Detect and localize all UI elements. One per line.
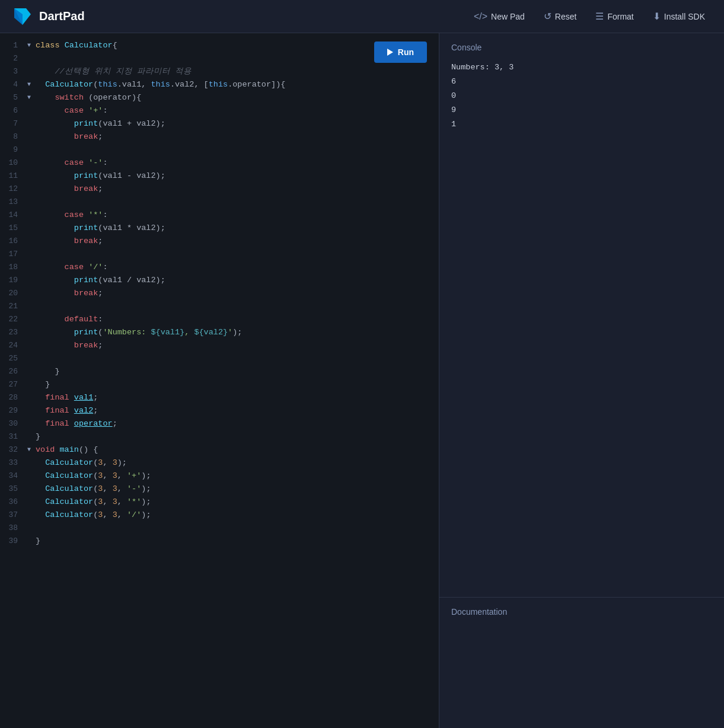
format-icon: ☰ [595, 11, 604, 22]
line-number: 22 [0, 313, 25, 326]
line-number: 26 [0, 365, 25, 378]
code-line: 36 Calculator(3, 3, '*'); [0, 496, 439, 509]
new-pad-button[interactable]: </> New Pad [467, 7, 532, 27]
line-content: break; [33, 235, 439, 248]
line-content: default: [33, 313, 439, 326]
line-number: 14 [0, 209, 25, 222]
line-number: 28 [0, 391, 25, 404]
line-number: 11 [0, 170, 25, 183]
editor-panel: Run 1▼class Calculator{23 //선택형 위치 지정 파라… [0, 33, 439, 728]
reset-icon: ↺ [544, 11, 551, 22]
header-actions: </> New Pad ↺ Reset ☰ Format ⬇ Install S… [467, 6, 712, 27]
line-content: case '/': [33, 261, 439, 274]
code-line: 6 case '+': [0, 104, 439, 117]
line-number: 10 [0, 157, 25, 170]
line-number: 6 [0, 104, 25, 117]
line-number: 16 [0, 235, 25, 248]
format-button[interactable]: ☰ Format [588, 6, 640, 27]
line-number: 32 [0, 443, 25, 456]
code-line: 38 [0, 522, 439, 535]
fold-arrow[interactable]: ▼ [25, 443, 33, 456]
run-label: Run [398, 47, 414, 57]
code-line: 11 print(val1 - val2); [0, 170, 439, 183]
code-line: 19 print(val1 / val2); [0, 274, 439, 287]
line-number: 12 [0, 183, 25, 196]
line-content: print(val1 - val2); [33, 170, 439, 183]
code-line: 33 Calculator(3, 3); [0, 456, 439, 470]
line-number: 23 [0, 326, 25, 339]
documentation-section: Documentation [439, 598, 724, 728]
line-content: break; [33, 183, 439, 196]
run-button-area: Run [374, 41, 427, 63]
app-header: DartPad </> New Pad ↺ Reset ☰ Format ⬇ I… [0, 0, 724, 33]
code-line: 12 break; [0, 183, 439, 196]
fold-arrow[interactable]: ▼ [25, 78, 33, 91]
code-line: 15 print(val1 * val2); [0, 222, 439, 235]
run-button[interactable]: Run [374, 41, 427, 63]
fold-arrow[interactable]: ▼ [25, 39, 33, 52]
code-line: 30 final operator; [0, 417, 439, 430]
line-content: Calculator(3, 3, '+'); [33, 470, 439, 483]
download-icon: ⬇ [653, 11, 661, 22]
code-line: 18 case '/': [0, 261, 439, 274]
code-line: 35 Calculator(3, 3, '-'); [0, 483, 439, 496]
documentation-title: Documentation [451, 607, 712, 617]
line-content: } [33, 535, 439, 548]
line-number: 31 [0, 430, 25, 443]
line-number: 34 [0, 470, 25, 483]
code-line: 26 } [0, 365, 439, 378]
line-number: 29 [0, 404, 25, 417]
line-number: 21 [0, 300, 25, 313]
line-number: 5 [0, 91, 25, 104]
reset-button[interactable]: ↺ Reset [537, 6, 584, 27]
line-content: void main() { [33, 443, 439, 456]
format-label: Format [607, 12, 633, 21]
install-sdk-button[interactable]: ⬇ Install SDK [646, 6, 712, 27]
line-content: } [33, 430, 439, 443]
code-line: 34 Calculator(3, 3, '+'); [0, 470, 439, 483]
line-number: 18 [0, 261, 25, 274]
code-icon: </> [474, 11, 487, 22]
line-content: case '+': [33, 104, 439, 117]
console-line: 1 [451, 117, 712, 132]
line-number: 20 [0, 287, 25, 300]
line-content: final operator; [33, 417, 439, 430]
line-number: 7 [0, 117, 25, 130]
play-icon [387, 49, 393, 56]
line-number: 4 [0, 78, 25, 91]
line-content: Calculator(3, 3); [33, 456, 439, 470]
code-line: 13 [0, 196, 439, 209]
code-line: 22 default: [0, 313, 439, 326]
line-number: 39 [0, 535, 25, 548]
code-line: 16 break; [0, 235, 439, 248]
dartpad-logo-icon [12, 6, 33, 27]
code-line: 7 print(val1 + val2); [0, 117, 439, 130]
line-number: 27 [0, 378, 25, 391]
line-content: final val2; [33, 404, 439, 417]
code-line: 24 break; [0, 339, 439, 352]
console-line: 0 [451, 89, 712, 103]
code-editor[interactable]: 1▼class Calculator{23 //선택형 위치 지정 파라미터 적… [0, 33, 439, 728]
line-content: //선택형 위치 지정 파라미터 적용 [33, 65, 439, 78]
console-line: Numbers: 3, 3 [451, 60, 712, 75]
line-number: 19 [0, 274, 25, 287]
line-content: } [33, 365, 439, 378]
fold-arrow[interactable]: ▼ [25, 91, 33, 104]
code-line: 4▼ Calculator(this.val1, this.val2, [thi… [0, 78, 439, 91]
console-line: 6 [451, 75, 712, 89]
code-line: 27 } [0, 378, 439, 391]
code-line: 20 break; [0, 287, 439, 300]
line-number: 13 [0, 196, 25, 209]
line-content: break; [33, 339, 439, 352]
line-number: 1 [0, 39, 25, 52]
line-number: 8 [0, 130, 25, 143]
line-number: 25 [0, 352, 25, 365]
reset-label: Reset [555, 12, 577, 21]
line-number: 37 [0, 509, 25, 522]
console-line: 9 [451, 103, 712, 117]
line-number: 17 [0, 248, 25, 261]
line-content: print('Numbers: ${val1}, ${val2}'); [33, 326, 439, 339]
line-number: 35 [0, 483, 25, 496]
line-content: Calculator(this.val1, this.val2, [this.o… [33, 78, 439, 91]
console-section: Console Numbers: 3, 36091 [439, 33, 724, 598]
